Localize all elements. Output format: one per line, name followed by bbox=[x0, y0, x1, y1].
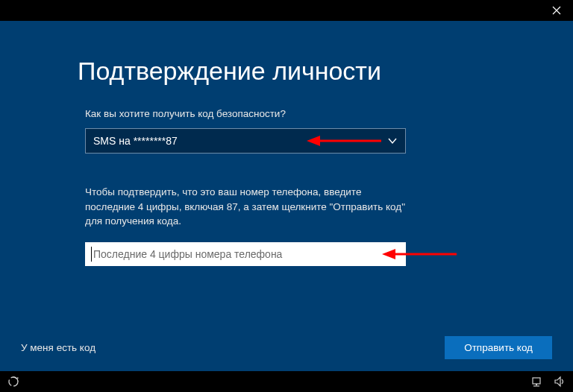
svg-marker-1 bbox=[307, 136, 320, 146]
send-code-button[interactable]: Отправить код bbox=[445, 336, 552, 359]
close-button[interactable] bbox=[540, 0, 573, 21]
page-title: Подтверждение личности bbox=[78, 57, 495, 86]
method-prompt: Как вы хотите получить код безопасности? bbox=[85, 108, 495, 119]
ease-of-access-icon[interactable] bbox=[7, 376, 19, 388]
svg-rect-6 bbox=[533, 378, 540, 384]
annotation-arrow-icon bbox=[307, 130, 381, 151]
close-icon bbox=[552, 6, 561, 15]
input-placeholder: Последние 4 цифры номера телефона bbox=[93, 248, 282, 260]
svg-marker-9 bbox=[555, 377, 560, 386]
chevron-down-icon bbox=[387, 136, 398, 146]
instruction-text: Чтобы подтвердить, что это ваш номер тел… bbox=[85, 185, 406, 229]
text-caret bbox=[91, 247, 92, 262]
svg-marker-3 bbox=[382, 249, 395, 259]
verification-method-select[interactable]: SMS на ********87 bbox=[85, 128, 406, 154]
main-panel: Подтверждение личности Как вы хотите пол… bbox=[0, 21, 573, 371]
bottom-bar: У меня есть код Отправить код bbox=[0, 336, 573, 359]
phone-digits-input[interactable]: Последние 4 цифры номера телефона bbox=[85, 242, 406, 266]
annotation-arrow-icon bbox=[382, 247, 457, 262]
taskbar bbox=[0, 371, 573, 392]
select-value: SMS на ********87 bbox=[93, 135, 178, 147]
have-code-link[interactable]: У меня есть код bbox=[21, 342, 96, 353]
svg-rect-7 bbox=[536, 384, 537, 385]
titlebar bbox=[0, 0, 573, 21]
volume-icon[interactable] bbox=[554, 376, 566, 388]
network-icon[interactable] bbox=[531, 376, 543, 388]
